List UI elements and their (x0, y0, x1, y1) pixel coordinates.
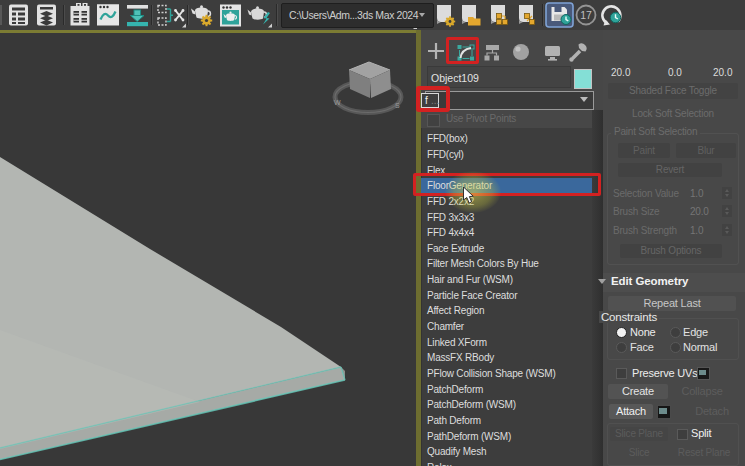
svg-text:17: 17 (580, 9, 592, 21)
svg-text:S: S (395, 102, 400, 109)
svg-text:W: W (334, 99, 341, 106)
